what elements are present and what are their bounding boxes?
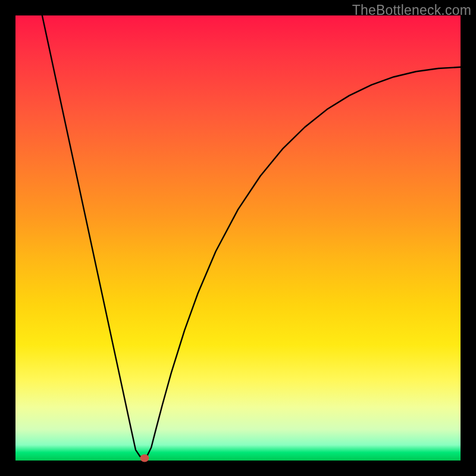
chart-frame: TheBottleneck.com — [0, 0, 476, 476]
watermark-label: TheBottleneck.com — [352, 2, 471, 18]
optimum-marker — [140, 454, 149, 462]
bottleneck-curve — [15, 15, 461, 461]
plot-area — [15, 15, 461, 461]
